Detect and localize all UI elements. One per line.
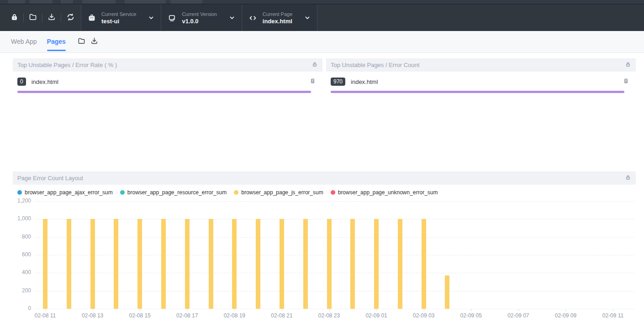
usage-bar — [331, 91, 624, 93]
folder-button[interactable] — [76, 36, 88, 48]
tab-pages[interactable]: Pages — [47, 31, 66, 53]
legend-item-js[interactable]: browser_app_page_js_error_sum — [234, 189, 323, 196]
gridline — [34, 255, 634, 255]
x-axis-tick — [234, 309, 235, 311]
export-button[interactable] — [44, 10, 59, 26]
panel-header: Page Error Count Layout — [13, 171, 636, 185]
chart-bar[interactable] — [327, 219, 332, 309]
chart-bar[interactable] — [114, 219, 118, 309]
export-button[interactable] — [89, 36, 100, 48]
list-item[interactable]: 0 index.html — [17, 77, 317, 93]
x-axis-tick — [424, 309, 424, 311]
x-axis-label: 02-08 23 — [313, 312, 345, 319]
version-selector[interactable]: Current Version v1.0.0 — [161, 5, 241, 31]
x-axis-label: 02-09 01 — [360, 312, 392, 319]
chart-bar[interactable] — [374, 219, 379, 309]
package-icon — [88, 14, 96, 22]
chart-bar[interactable] — [67, 219, 71, 309]
panel-title: Top Unstable Pages / Error Count — [331, 62, 419, 68]
page-name: index.html — [32, 78, 308, 85]
refresh-icon — [66, 13, 75, 23]
divider — [23, 13, 24, 22]
chart-bar[interactable] — [280, 219, 284, 309]
lock-icon[interactable] — [625, 174, 631, 182]
strip-button[interactable] — [8, 0, 25, 4]
panel-header: Top Unstable Pages / Error Rate ( % ) — [13, 58, 322, 72]
x-axis-tick — [518, 309, 519, 311]
lock-button[interactable] — [6, 10, 22, 26]
refresh-button[interactable] — [63, 10, 78, 26]
usage-bar — [17, 91, 311, 93]
chart-bar[interactable] — [209, 219, 213, 309]
laptop-icon — [168, 14, 176, 22]
folder-icon — [29, 13, 37, 23]
x-axis-tick — [282, 309, 282, 311]
chart-bar[interactable] — [137, 219, 142, 309]
legend-label: browser_app_page_js_error_sum — [241, 189, 323, 196]
chart-bar[interactable] — [185, 219, 190, 309]
download-icon — [90, 37, 98, 47]
selector-value: v1.0.0 — [182, 17, 216, 25]
strip-button[interactable] — [125, 0, 166, 4]
chart-bar[interactable] — [445, 275, 449, 309]
x-axis-label: 02-08 11 — [29, 312, 61, 319]
y-axis-label: 600 — [13, 251, 31, 258]
y-axis-label: 200 — [13, 287, 31, 294]
y-axis-label: 1,000 — [13, 215, 31, 222]
tab-web-app[interactable]: Web App — [11, 31, 37, 53]
chart-bar[interactable] — [422, 219, 426, 309]
strip-button[interactable] — [82, 0, 116, 4]
copy-button[interactable] — [308, 77, 317, 86]
chevron-down-icon — [229, 15, 235, 21]
chart-bar[interactable] — [161, 219, 166, 309]
chart-bar[interactable] — [398, 219, 402, 309]
clipboard-icon — [309, 78, 316, 86]
chart-bar[interactable] — [350, 219, 355, 309]
x-axis-label: 02-09 05 — [455, 312, 487, 319]
lock-icon[interactable] — [311, 61, 318, 69]
value-badge: 970 — [331, 78, 345, 86]
x-axis-tick — [613, 309, 613, 311]
top-panels-row: Top Unstable Pages / Error Rate ( % ) 0 … — [13, 58, 636, 168]
panel-error-rate: Top Unstable Pages / Error Rate ( % ) 0 … — [13, 58, 322, 168]
gridline — [34, 219, 634, 219]
chart-bar[interactable] — [256, 219, 260, 309]
x-axis-tick — [565, 309, 566, 311]
download-icon — [48, 13, 56, 23]
x-axis-label: 02-09 09 — [549, 312, 581, 319]
legend-item-resource[interactable]: browser_app_page_resource_error_sum — [120, 189, 227, 196]
panel-body: 970 index.html — [326, 72, 636, 168]
legend-item-unknown[interactable]: browser_app_page_unknown_error_sum — [331, 189, 438, 196]
folder-button[interactable] — [25, 10, 41, 26]
x-axis-tick — [93, 309, 93, 311]
strip-button[interactable] — [61, 0, 73, 4]
chart-bar[interactable] — [303, 219, 308, 309]
strip-button[interactable] — [30, 0, 53, 4]
bar-chart[interactable]: 02004006008001,0001,20002-08 1102-08 130… — [13, 197, 636, 321]
list-item[interactable]: 970 index.html — [331, 77, 630, 93]
legend-dot — [120, 190, 125, 195]
content-area: Top Unstable Pages / Error Rate ( % ) 0 … — [0, 53, 644, 321]
x-axis-label: 02-09 11 — [597, 312, 629, 319]
y-axis-label: 1,200 — [13, 197, 31, 204]
clipboard-icon — [623, 78, 629, 86]
x-axis-tick — [187, 309, 188, 311]
chart-bar[interactable] — [43, 219, 48, 309]
lock-icon — [11, 13, 18, 23]
panel-error-count: Top Unstable Pages / Error Count 970 ind… — [326, 58, 636, 168]
service-selector[interactable]: Current Service test-ui — [81, 5, 161, 31]
lock-icon[interactable] — [625, 61, 631, 69]
gridline — [34, 201, 634, 202]
divider — [61, 13, 61, 22]
chevron-down-icon — [148, 15, 154, 21]
page-selector[interactable]: Current Page index.html — [242, 5, 317, 31]
chart-bar[interactable] — [90, 219, 95, 309]
chart-bar[interactable] — [232, 219, 237, 309]
y-axis-label: 800 — [13, 234, 31, 240]
legend-item-ajax[interactable]: browser_app_page_ajax_error_sum — [17, 189, 113, 196]
copy-button[interactable] — [621, 77, 630, 86]
selector-value: index.html — [263, 17, 292, 25]
x-axis-label: 02-08 17 — [171, 312, 203, 319]
chevron-down-icon — [304, 15, 311, 21]
strip-button[interactable] — [170, 0, 202, 4]
